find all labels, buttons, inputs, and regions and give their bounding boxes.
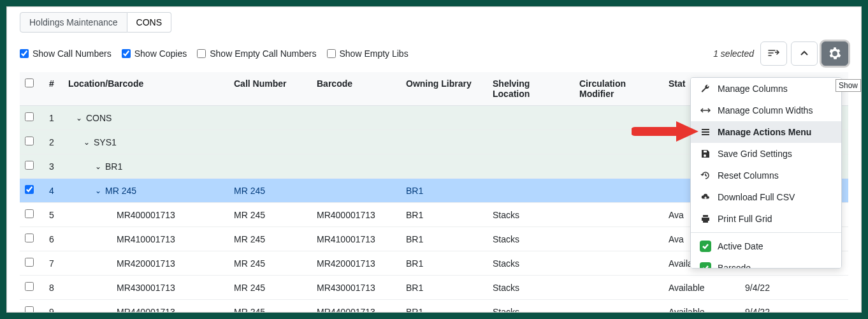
collapse-button[interactable] (791, 41, 818, 66)
show-empty-libs-text: Show Empty Libs (340, 48, 409, 59)
header-barcode[interactable]: Barcode (312, 72, 401, 106)
dropdown-item[interactable]: Manage Actions Menu (691, 121, 841, 143)
row-shelving: Stacks (488, 251, 574, 276)
row-location[interactable]: MR410001713 (68, 234, 224, 244)
header-location[interactable]: Location/Barcode (63, 72, 229, 106)
show-call-numbers-label[interactable]: Show Call Numbers (20, 48, 112, 59)
row-checkbox[interactable] (25, 185, 34, 194)
row-circ (574, 203, 663, 227)
row-location[interactable]: MR400001713 (68, 210, 224, 220)
row-call-number: MR 245 (229, 227, 312, 251)
row-barcode (312, 154, 401, 179)
chevron-down-icon[interactable]: ⌄ (83, 138, 90, 147)
gear-icon (828, 47, 841, 60)
dropdown-item-label: Manage Column Widths (718, 105, 813, 115)
tab-holdings-maintenance[interactable]: Holdings Maintenance (20, 12, 127, 33)
row-circ (574, 106, 663, 130)
row-status: Available (663, 276, 740, 300)
row-num: 5 (44, 203, 63, 227)
row-circ (574, 276, 663, 300)
tooltip: Show (835, 79, 861, 92)
row-barcode: MR430001713 (312, 276, 401, 300)
row-location[interactable]: MR440001713 (68, 307, 224, 313)
header-num[interactable]: # (44, 72, 63, 106)
check-icon (700, 241, 711, 252)
dropdown-item[interactable]: Manage Columns (691, 78, 841, 100)
chevron-down-icon[interactable]: ⌄ (95, 162, 101, 171)
sort-button[interactable] (760, 41, 787, 66)
dropdown-item-label: Print Full Grid (718, 214, 772, 224)
chevron-down-icon[interactable]: ⌄ (76, 114, 82, 122)
dropdown-item-label: Save Grid Settings (718, 149, 792, 159)
show-empty-call-numbers-checkbox[interactable] (197, 49, 206, 58)
row-shelving (488, 106, 574, 130)
row-checkbox[interactable] (25, 306, 34, 313)
row-location[interactable]: MR420001713 (68, 258, 224, 269)
row-circ (574, 227, 663, 251)
row-shelving: Stacks (488, 203, 574, 227)
row-checkbox[interactable] (25, 258, 34, 267)
dropdown-item-label: Download Full CSV (718, 192, 795, 202)
dropdown-item[interactable]: Save Grid Settings (691, 143, 841, 165)
dropdown-item[interactable]: Download Full CSV (691, 186, 841, 208)
show-empty-libs-checkbox[interactable] (327, 49, 336, 58)
row-barcode: MR420001713 (312, 251, 401, 276)
dropdown-item[interactable]: Print Full Grid (691, 208, 841, 230)
row-owning: BR1 (401, 203, 488, 227)
dropdown-column-toggle[interactable]: Barcode (691, 257, 841, 269)
row-barcode (312, 106, 401, 130)
row-date: 9/4/22 (740, 300, 848, 313)
dropdown-item[interactable]: Manage Column Widths (691, 100, 841, 121)
row-checkbox[interactable] (25, 234, 34, 242)
row-num: 7 (44, 251, 63, 276)
show-call-numbers-checkbox[interactable] (20, 49, 29, 58)
row-shelving (488, 130, 574, 154)
widths-icon (700, 105, 711, 116)
row-checkbox[interactable] (25, 209, 34, 218)
row-num: 4 (44, 179, 63, 203)
show-copies-label[interactable]: Show Copies (122, 48, 187, 59)
dropdown-item-label: Manage Columns (718, 84, 788, 94)
row-call-number: MR 245 (229, 276, 312, 300)
row-owning (401, 106, 488, 130)
row-location[interactable]: ⌄ MR 245 (68, 186, 224, 196)
row-checkbox[interactable] (25, 112, 34, 121)
show-copies-checkbox[interactable] (122, 49, 131, 58)
table-row[interactable]: 8MR430001713MR 245MR430001713BR1StacksAv… (20, 276, 848, 300)
dropdown-column-label: Active Date (718, 241, 763, 251)
row-location[interactable]: ⌄ BR1 (68, 161, 224, 172)
row-owning: BR1 (401, 251, 488, 276)
row-location[interactable]: ⌄ SYS1 (68, 137, 224, 147)
row-call-number (229, 130, 312, 154)
row-checkbox[interactable] (25, 137, 34, 145)
menu-icon (700, 126, 711, 138)
checkbox-group: Show Call Numbers Show Copies Show Empty… (20, 48, 409, 59)
settings-button[interactable] (821, 41, 848, 66)
header-circulation-modifier[interactable]: Circulation Modifier (574, 72, 663, 106)
row-checkbox[interactable] (25, 282, 34, 291)
row-call-number (229, 106, 312, 130)
row-num: 2 (44, 130, 63, 154)
save-icon (700, 148, 711, 160)
dropdown-column-toggle[interactable]: Active Date (691, 235, 841, 257)
row-circ (574, 300, 663, 313)
show-empty-call-numbers-label[interactable]: Show Empty Call Numbers (197, 48, 316, 59)
dropdown-item[interactable]: Reset Columns (691, 165, 841, 186)
header-shelving-location[interactable]: Shelving Location (488, 72, 574, 106)
show-call-numbers-text: Show Call Numbers (33, 48, 112, 59)
select-all-checkbox[interactable] (25, 78, 34, 87)
row-num: 3 (44, 154, 63, 179)
row-num: 6 (44, 227, 63, 251)
row-checkbox[interactable] (25, 161, 34, 170)
row-barcode (312, 179, 401, 203)
tab-cons[interactable]: CONS (127, 12, 171, 33)
show-empty-libs-label[interactable]: Show Empty Libs (327, 48, 409, 59)
row-circ (574, 251, 663, 276)
dropdown-separator (691, 232, 841, 233)
header-call-number[interactable]: Call Number (229, 72, 312, 106)
row-location[interactable]: MR430001713 (68, 283, 224, 293)
header-owning-library[interactable]: Owning Library (401, 72, 488, 106)
chevron-down-icon[interactable]: ⌄ (95, 186, 101, 195)
table-row[interactable]: 9MR440001713MR 245MR440001713BR1StacksAv… (20, 300, 848, 313)
row-location[interactable]: ⌄ CONS (68, 113, 224, 123)
